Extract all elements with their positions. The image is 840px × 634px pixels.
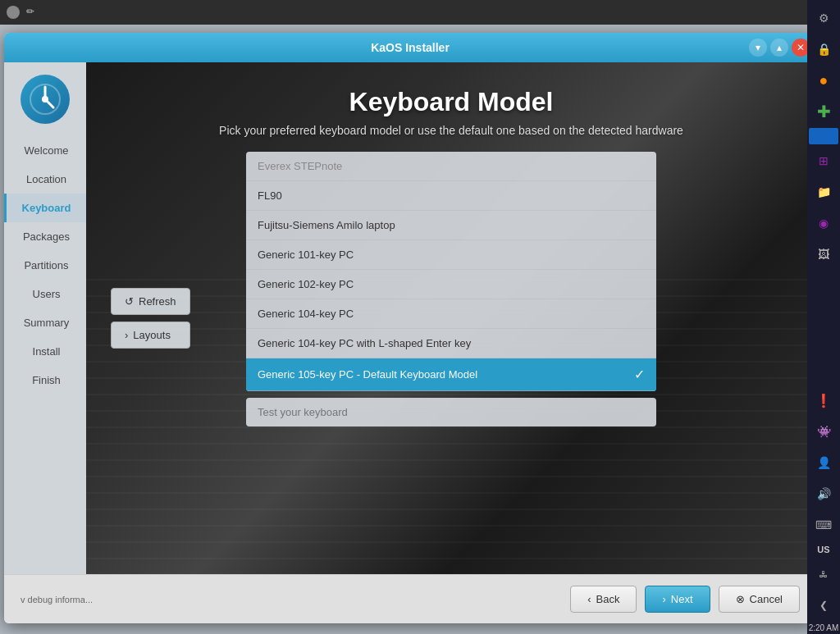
sidebar-icon-plus[interactable]: ✚ <box>809 97 838 126</box>
maximize-button[interactable]: ▴ <box>770 39 788 57</box>
nav-item-keyboard[interactable]: Keyboard <box>4 194 86 222</box>
cancel-button[interactable]: ⊗ Cancel <box>719 586 800 613</box>
refresh-button[interactable]: ↺ Refresh <box>111 288 190 315</box>
sidebar-icon-alert[interactable]: ❗ <box>809 385 838 415</box>
bottom-bar: v debug informa... ‹ Back › Next ⊗ Cance… <box>4 574 816 623</box>
nav-item-users[interactable]: Users <box>4 280 86 308</box>
window-title: KaOS Installer <box>371 41 450 54</box>
cancel-icon: ⊗ <box>736 593 745 605</box>
nav-item-packages[interactable]: Packages <box>4 222 86 251</box>
nav-item-summary[interactable]: Summary <box>4 308 86 337</box>
sidebar-icon-blue-bar[interactable] <box>809 128 838 144</box>
side-buttons: ↺ Refresh › Layouts <box>111 288 190 349</box>
sidebar-icon-ghost[interactable]: 👾 <box>809 417 838 446</box>
layouts-icon: › <box>125 329 128 341</box>
title-bar-controls: ▾ ▴ ✕ <box>749 39 810 57</box>
debug-text: v debug informa... <box>21 595 93 604</box>
refresh-icon: ↺ <box>125 295 134 308</box>
svg-point-1 <box>42 96 48 103</box>
next-button[interactable]: › Next <box>645 586 710 613</box>
nav-item-location[interactable]: Location <box>4 165 86 194</box>
sidebar-icon-circle[interactable]: ◉ <box>809 208 838 238</box>
sidebar-icon-volume[interactable]: 🔊 <box>809 479 838 509</box>
bottom-buttons: ‹ Back › Next ⊗ Cancel <box>570 586 800 613</box>
nav-item-welcome[interactable]: Welcome <box>4 136 86 165</box>
locale-label: US <box>817 545 829 554</box>
sidebar-icon-image[interactable]: 🖼 <box>809 239 838 269</box>
list-item-generic105[interactable]: Generic 105-key PC - Default Keyboard Mo… <box>246 358 656 391</box>
keyboard-list: Everex STEPnote FL90 Fujitsu-Siemens Ami… <box>246 152 656 391</box>
installer-window: KaOS Installer ▾ ▴ ✕ Welcome Location Ke <box>4 33 816 623</box>
nav-item-finish[interactable]: Finish <box>4 366 86 395</box>
logo-area <box>16 71 74 128</box>
sidebar-icon-grid[interactable]: ⊞ <box>809 146 838 176</box>
list-item-fujitsu[interactable]: Fujitsu-Siemens Amilo laptop <box>246 211 656 240</box>
keyboard-test-input[interactable] <box>246 398 656 426</box>
minimize-button[interactable]: ▾ <box>749 39 767 57</box>
top-bar-icon-pencil[interactable]: ✏ <box>26 6 39 19</box>
layouts-button[interactable]: › Layouts <box>111 322 190 349</box>
sidebar-icon-keyboard[interactable]: ⌨ <box>809 510 838 540</box>
top-bar-icon-1[interactable] <box>7 6 20 19</box>
sidebar-icon-network[interactable]: 🖧 <box>809 559 838 589</box>
nav-item-install[interactable]: Install <box>4 337 86 366</box>
title-bar: KaOS Installer ▾ ▴ ✕ <box>4 33 816 62</box>
content-overlay: Keyboard Model Pick your preferred keybo… <box>86 62 816 574</box>
nav-item-partitions[interactable]: Partitions <box>4 251 86 280</box>
sidebar-icon-orange[interactable]: ● <box>809 66 838 95</box>
right-sidebar: ⚙ 🔒 ● ✚ ⊞ 📁 ◉ 🖼 ❗ 👾 👤 🔊 ⌨ US 🖧 ❮ 2:20 AM <box>807 0 840 634</box>
main-content: Keyboard Model Pick your preferred keybo… <box>86 62 816 574</box>
list-item-everex[interactable]: Everex STEPnote <box>246 152 656 181</box>
window-body: Welcome Location Keyboard Packages Parti… <box>4 62 816 574</box>
sidebar-icon-lock[interactable]: 🔒 <box>809 34 838 64</box>
next-icon: › <box>662 593 665 605</box>
sidebar-icon-chevron[interactable]: ❮ <box>809 591 838 620</box>
top-bar: ✏ <box>0 0 807 25</box>
sidebar-icon-user[interactable]: 👤 <box>809 448 838 477</box>
list-item-generic101[interactable]: Generic 101-key PC <box>246 240 656 270</box>
list-item-fl90[interactable]: FL90 <box>246 181 656 211</box>
list-item-generic104l[interactable]: Generic 104-key PC with L-shaped Enter k… <box>246 329 656 358</box>
page-subtitle: Pick your preferred keyboard model or us… <box>219 124 683 137</box>
time-display: 2:20 AM <box>809 623 839 632</box>
back-button[interactable]: ‹ Back <box>570 586 637 613</box>
page-title: Keyboard Model <box>349 87 554 117</box>
sidebar-icon-folder[interactable]: 📁 <box>809 177 838 207</box>
list-item-generic104[interactable]: Generic 104-key PC <box>246 299 656 329</box>
left-nav: Welcome Location Keyboard Packages Parti… <box>4 62 86 574</box>
list-item-generic102[interactable]: Generic 102-key PC <box>246 270 656 299</box>
kaos-logo <box>21 75 70 124</box>
sidebar-icon-settings[interactable]: ⚙ <box>809 3 838 33</box>
back-icon: ‹ <box>587 593 591 605</box>
selected-checkmark: ✓ <box>634 367 645 382</box>
